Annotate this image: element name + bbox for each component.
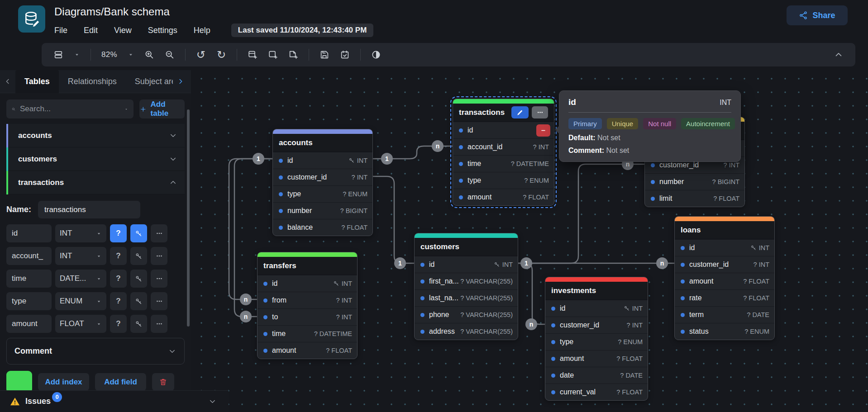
table-field-row[interactable]: last_na...? VARCHAR(255) (415, 289, 518, 306)
table-field-row[interactable]: idINT (273, 152, 372, 169)
tab-relationships[interactable]: Relationships (59, 70, 126, 93)
share-button[interactable]: Share (787, 5, 848, 25)
table-field-row[interactable]: customer_id? INT (273, 169, 372, 185)
field-primary-toggle[interactable] (130, 247, 147, 265)
field-name-input[interactable]: amount (6, 315, 52, 333)
field-more-button[interactable] (151, 292, 167, 310)
field-name-input[interactable]: type (6, 292, 52, 310)
menu-help[interactable]: Help (194, 26, 210, 35)
field-primary-toggle[interactable] (130, 224, 147, 242)
table-field-row[interactable]: amount? FLOAT (453, 189, 554, 205)
field-primary-toggle[interactable] (130, 315, 147, 333)
tab-tables[interactable]: Tables (15, 70, 59, 93)
field-nullable-toggle[interactable]: ? (110, 270, 127, 288)
table-field-row[interactable]: id (453, 122, 554, 138)
menu-view[interactable]: View (114, 26, 132, 35)
table-color-swatch[interactable] (6, 371, 32, 390)
sidebar-item-customers[interactable]: customers (6, 147, 185, 171)
field-name-input[interactable]: account_ (6, 247, 52, 265)
add-field-button[interactable]: Add field (95, 373, 146, 390)
zoom-caret-down-icon[interactable] (128, 52, 134, 58)
table-field-row[interactable]: account_id? INT (453, 138, 554, 155)
table-field-row[interactable]: rate? FLOAT (675, 289, 774, 306)
zoom-level[interactable]: 82% (101, 50, 117, 59)
field-type-select[interactable]: INT (55, 224, 106, 242)
field-type-select[interactable]: INT (55, 247, 106, 265)
table-field-row[interactable]: amount? FLOAT (675, 273, 774, 289)
field-nullable-toggle[interactable]: ? (110, 247, 127, 265)
table-field-row[interactable]: time? DATETIME (258, 325, 357, 342)
chevron-down-icon[interactable] (169, 155, 177, 163)
undo-icon[interactable]: ↺ (196, 50, 206, 60)
table-field-row[interactable]: customer_id? INT (545, 317, 648, 333)
save-icon[interactable] (320, 50, 329, 60)
diagram-canvas[interactable]: 1nn1n11nnn accountsidINTcustomer_id? INT… (191, 66, 868, 412)
field-more-button[interactable] (151, 270, 167, 288)
table-field-row[interactable]: type? ENUM (453, 172, 554, 189)
search-caret-down-icon[interactable] (124, 105, 128, 114)
menu-edit[interactable]: Edit (84, 26, 98, 35)
chevron-down-icon[interactable] (169, 131, 177, 140)
add-table-icon[interactable] (248, 50, 258, 60)
table-field-row[interactable]: amount? FLOAT (545, 350, 648, 367)
canvas-table-investments[interactable]: investmentsidINTcustomer_id? INTtype? EN… (545, 277, 648, 401)
comment-collapsible[interactable]: Comment (6, 338, 185, 365)
table-field-row[interactable]: phone? VARCHAR(255) (415, 306, 518, 323)
field-more-button[interactable] (151, 315, 167, 333)
table-field-row[interactable]: idINT (545, 300, 648, 317)
canvas-table-accounts[interactable]: accountsidINTcustomer_id? INTtype? ENUMn… (272, 129, 373, 236)
table-field-row[interactable]: type? ENUM (273, 185, 372, 202)
layout-icon[interactable] (53, 50, 63, 60)
theme-icon[interactable] (371, 50, 381, 60)
delete-table-button[interactable] (152, 373, 174, 390)
todo-icon[interactable] (340, 50, 350, 60)
table-field-row[interactable]: amount? FLOAT (258, 342, 357, 359)
issues-chevron-down-icon[interactable] (208, 397, 217, 406)
field-name-input[interactable]: time (6, 270, 52, 288)
field-primary-toggle[interactable] (130, 270, 147, 288)
table-more-button[interactable] (532, 106, 548, 118)
table-field-row[interactable]: date? DATE (545, 367, 648, 384)
table-field-row[interactable]: balance? FLOAT (273, 219, 372, 236)
field-type-select[interactable]: FLOAT (55, 315, 106, 333)
table-field-row[interactable]: first_na...? VARCHAR(255) (415, 273, 518, 289)
zoom-in-icon[interactable] (144, 50, 154, 60)
table-field-row[interactable]: number? BIGINT (273, 202, 372, 219)
field-nullable-toggle[interactable]: ? (110, 224, 127, 242)
canvas-table-transactions[interactable]: transactionsidaccount_id? INTtime? DATET… (453, 99, 554, 206)
field-name-input[interactable]: id (6, 224, 52, 242)
sidebar-item-accounts[interactable]: accounts (6, 124, 185, 147)
edit-table-button[interactable] (511, 106, 529, 118)
table-field-row[interactable]: number? BIGINT (645, 173, 744, 190)
chevron-up-icon[interactable] (169, 178, 177, 187)
field-more-button[interactable] (151, 224, 167, 242)
layout-caret-down-icon[interactable] (74, 52, 80, 58)
field-type-select[interactable]: ENUM (55, 292, 106, 310)
table-field-row[interactable]: address? VARCHAR(255) (415, 323, 518, 340)
sidebar-scrollbar[interactable] (187, 109, 190, 327)
table-field-row[interactable]: customer_id? INT (675, 256, 774, 273)
table-field-row[interactable]: to? INT (258, 308, 357, 325)
app-logo[interactable] (18, 5, 45, 33)
canvas-table-loans[interactable]: loansidINTcustomer_id? INTamount? FLOATr… (674, 216, 775, 340)
canvas-table-customers[interactable]: customersidINTfirst_na...? VARCHAR(255)l… (414, 233, 518, 340)
tabs-scroll-left-icon[interactable] (4, 77, 12, 85)
field-more-button[interactable] (151, 247, 167, 265)
table-field-row[interactable]: status? ENUM (675, 323, 774, 340)
table-field-row[interactable]: type? ENUM (545, 333, 648, 350)
table-name-input[interactable] (38, 201, 140, 218)
menu-file[interactable]: File (54, 26, 67, 35)
table-field-row[interactable]: limit? FLOAT (645, 190, 744, 207)
field-nullable-toggle[interactable]: ? (110, 315, 127, 333)
add-note-icon[interactable] (288, 50, 298, 60)
sidebar-item-transactions[interactable]: transactions (6, 171, 185, 194)
zoom-out-icon[interactable] (165, 50, 175, 60)
issues-bar[interactable]: Issues 0 (0, 390, 229, 412)
table-field-row[interactable]: term? DATE (675, 306, 774, 323)
table-field-row[interactable]: current_val? FLOAT (545, 384, 648, 400)
table-field-row[interactable]: idINT (415, 256, 518, 273)
field-type-select[interactable]: DATE... (55, 270, 106, 288)
table-field-row[interactable]: idINT (675, 239, 774, 256)
menu-settings[interactable]: Settings (148, 26, 177, 35)
field-primary-toggle[interactable] (130, 292, 147, 310)
